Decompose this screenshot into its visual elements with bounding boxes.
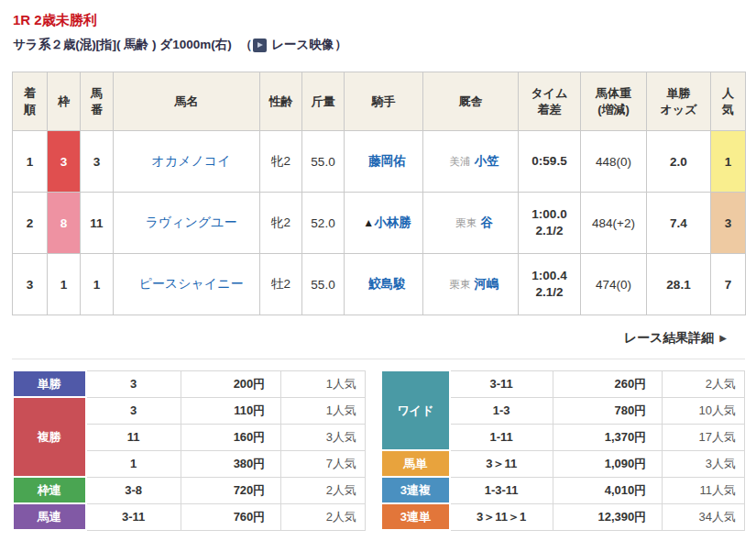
time-value: 0:59.5 xyxy=(519,153,580,170)
result-row: 3 1 1 ピースシャイニー 牡2 55.0 鮫島駿 栗東河嶋 1:00.42.… xyxy=(13,254,746,315)
payout-popularity: 11人気 xyxy=(663,477,745,503)
col-sexage: 性齢 xyxy=(260,72,302,131)
race-result-detail-label: レース結果詳細 xyxy=(624,330,715,345)
trainer-link[interactable]: 小笠 xyxy=(475,154,499,168)
cell-weight: 55.0 xyxy=(302,131,345,193)
payout-popularity: 1人気 xyxy=(281,370,366,397)
margin-value: 2.1/2 xyxy=(519,223,580,239)
horse-link[interactable]: ラヴィングユー xyxy=(146,215,237,229)
race-conditions: サラ系２歳(混)[指]( 馬齢 ) ダ1000m(右) xyxy=(13,37,232,53)
result-detail-link-row: レース結果詳細▶ xyxy=(12,329,745,347)
payout-popularity: 2人気 xyxy=(281,477,366,503)
payout-row-sanrentan: 3連単 3＞11＞1 12,390円 34人気 xyxy=(381,503,744,530)
race-conditions-row: サラ系２歳(混)[指]( 馬齢 ) ダ1000m(右) （ レース映像 ） xyxy=(13,37,745,53)
cell-odds: 28.1 xyxy=(647,254,711,315)
payout-popularity: 3人気 xyxy=(281,424,366,450)
col-horse: 馬名 xyxy=(114,72,260,131)
cell-time-margin: 0:59.5 xyxy=(519,131,581,193)
col-jockey: 騎手 xyxy=(345,72,423,131)
cell-horse-name: オカメノコイ xyxy=(114,131,260,193)
payout-amount: 110円 xyxy=(181,397,281,424)
cell-finish: 1 xyxy=(13,131,48,193)
payout-type-sanrentan: 3連単 xyxy=(381,503,450,530)
cell-horse-number: 3 xyxy=(81,131,114,193)
cell-time-margin: 1:00.42.1/2 xyxy=(519,254,581,315)
margin-value: 2.1/2 xyxy=(519,284,580,301)
race-title: 1R 2歳未勝利 xyxy=(13,12,745,29)
payout-popularity: 17人気 xyxy=(663,424,745,450)
payout-type-sanrenpuku: 3連複 xyxy=(381,477,450,503)
cell-body-weight: 484(+2) xyxy=(581,193,647,254)
col-number: 馬 番 xyxy=(81,72,114,131)
col-odds: 単勝 オッズ xyxy=(647,72,711,131)
payout-row-fukusho: 複勝 3 110円 1人気 xyxy=(13,397,366,424)
payout-amount: 1,090円 xyxy=(553,450,663,477)
race-video-link[interactable]: レース映像 xyxy=(253,37,334,53)
stable-region: 栗東 xyxy=(450,279,471,290)
cell-horse-name: ラヴィングユー xyxy=(114,193,260,254)
payout-amount: 1,370円 xyxy=(553,424,663,450)
trainer-link[interactable]: 谷 xyxy=(480,215,493,229)
cell-bracket: 1 xyxy=(48,254,81,315)
payout-row-umaren: 馬連 3-11 760円 2人気 xyxy=(13,503,366,530)
video-icon xyxy=(253,39,267,52)
cell-finish: 3 xyxy=(13,254,48,315)
payout-table-right: ワイド 3-11 260円 2人気 1-3 780円 10人気 1-11 1,3… xyxy=(380,370,745,531)
cell-finish: 2 xyxy=(13,193,48,254)
col-stable: 厩舎 xyxy=(423,72,519,131)
payout-type-tansho: 単勝 xyxy=(13,370,86,397)
payout-combination: 1-3 xyxy=(450,397,553,424)
payout-amount: 720円 xyxy=(181,477,281,503)
col-finish: 着 順 xyxy=(13,72,48,131)
col-weight: 斤量 xyxy=(302,72,345,131)
cell-sex-age: 牝2 xyxy=(260,131,302,193)
col-bracket: 枠 xyxy=(48,72,81,131)
horse-link[interactable]: ピースシャイニー xyxy=(139,276,244,291)
paren-close: ） xyxy=(334,37,347,53)
stable-region: 美浦 xyxy=(450,156,471,167)
race-result-page: 1R 2歳未勝利 サラ系２歳(混)[指]( 馬齢 ) ダ1000m(右) （ レ… xyxy=(0,0,756,531)
race-result-detail-link[interactable]: レース結果詳細▶ xyxy=(624,330,727,345)
cell-popularity: 1 xyxy=(711,131,746,193)
cell-body-weight: 448(0) xyxy=(581,131,647,193)
jockey-mark: ▲ xyxy=(363,216,374,229)
paren-open: （ xyxy=(240,37,253,53)
jockey-link[interactable]: 鮫島駿 xyxy=(368,277,406,291)
payout-popularity: 2人気 xyxy=(281,503,366,530)
payout-type-wakuren: 枠連 xyxy=(13,477,86,503)
payout-combination: 3-11 xyxy=(450,370,553,397)
payout-combination: 3-11 xyxy=(86,503,181,530)
jockey-link[interactable]: 藤岡佑 xyxy=(368,154,406,168)
payout-popularity: 1人気 xyxy=(281,397,366,424)
payout-popularity: 34人気 xyxy=(663,503,745,530)
cell-horse-number: 11 xyxy=(81,193,114,254)
payout-row-wakuren: 枠連 3-8 720円 2人気 xyxy=(13,477,366,503)
payout-combination: 11 xyxy=(86,424,181,450)
payout-amount: 160円 xyxy=(181,424,281,450)
stable-region: 栗東 xyxy=(455,217,477,228)
horse-link[interactable]: オカメノコイ xyxy=(152,153,231,168)
payout-amount: 780円 xyxy=(553,397,663,424)
cell-horse-name: ピースシャイニー xyxy=(114,254,260,315)
payout-type-wide: ワイド xyxy=(381,370,450,450)
cell-stable: 栗東谷 xyxy=(423,193,519,254)
cell-bracket: 3 xyxy=(48,131,81,193)
payout-row-sanrenpuku: 3連複 1-3-11 4,010円 11人気 xyxy=(381,477,744,503)
payout-type-fukusho: 複勝 xyxy=(13,397,86,477)
payout-combination: 3 xyxy=(86,397,181,424)
payout-amount: 4,010円 xyxy=(553,477,663,503)
time-value: 1:00.0 xyxy=(519,206,580,223)
cell-horse-number: 1 xyxy=(81,254,114,315)
cell-sex-age: 牝2 xyxy=(260,193,302,254)
section-divider xyxy=(12,359,745,359)
payout-amount: 260円 xyxy=(553,370,663,397)
jockey-link[interactable]: 小林勝 xyxy=(374,215,411,229)
cell-odds: 7.4 xyxy=(647,193,711,254)
time-value: 1:00.4 xyxy=(519,268,580,284)
trainer-link[interactable]: 河嶋 xyxy=(475,277,499,291)
payout-combination: 3＞11＞1 xyxy=(450,503,553,530)
result-row: 1 3 3 オカメノコイ 牝2 55.0 藤岡佑 美浦小笠 0:59.5 448… xyxy=(13,131,746,193)
cell-stable: 美浦小笠 xyxy=(423,131,519,193)
payout-popularity: 3人気 xyxy=(663,450,745,477)
cell-body-weight: 474(0) xyxy=(581,254,647,315)
